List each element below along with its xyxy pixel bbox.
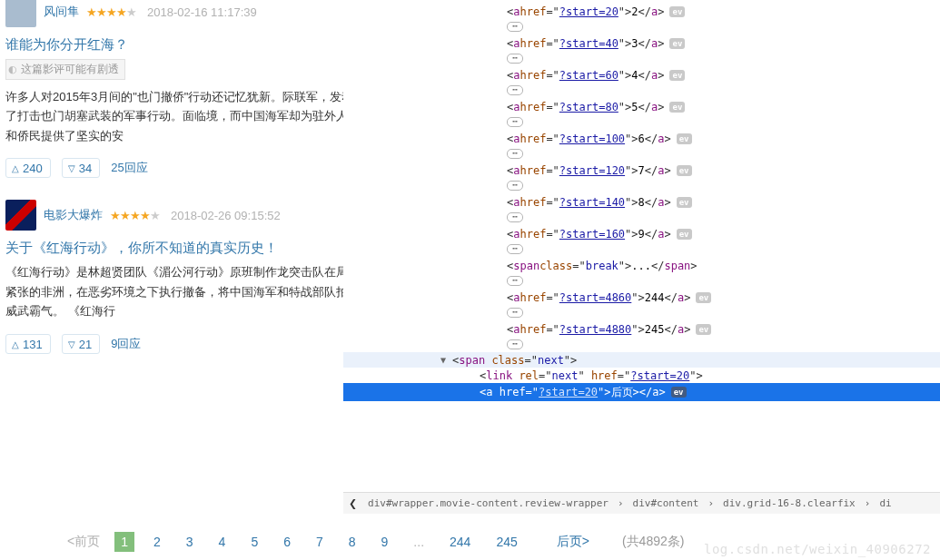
dom-node[interactable]: <a href="?start=4860">244</a>ev [398, 290, 940, 305]
responses-link[interactable]: 25回应 [111, 160, 147, 176]
page-number[interactable]: 1 [114, 532, 134, 552]
href-link[interactable]: ?start=160 [559, 228, 625, 241]
event-listener-badge[interactable]: ev [677, 197, 692, 208]
collapsed-node-icon[interactable] [507, 212, 523, 222]
page-number[interactable]: 4 [213, 532, 233, 552]
breadcrumb-segment[interactable]: div#wrapper.movie-content.review-wrapper [364, 497, 612, 509]
breadcrumb-segment[interactable]: div.grid-16-8.clearfix [719, 497, 859, 509]
page-number[interactable]: 244 [443, 532, 477, 552]
author-link[interactable]: 电影大爆炸 [44, 207, 103, 223]
href-link[interactable]: ?start=140 [559, 196, 625, 209]
page-number[interactable]: 245 [490, 532, 523, 552]
collapsed-node-icon[interactable] [507, 85, 523, 95]
href-link[interactable]: ?start=120 [559, 164, 625, 177]
review-timestamp: 2018-02-16 11:17:39 [147, 5, 257, 19]
href-link[interactable]: ?start=20 [630, 369, 689, 382]
collapsed-node-icon[interactable] [507, 181, 523, 191]
event-listener-badge[interactable]: ev [669, 38, 685, 49]
dom-node[interactable]: <a href="?start=100">6</a>ev [398, 131, 940, 146]
collapsed-node-icon[interactable] [507, 54, 523, 64]
spoiler-warning: 这篇影评可能有剧透 [5, 59, 125, 80]
review-title[interactable]: 谁能为你分开红海？ [5, 36, 365, 54]
review-timestamp: 2018-02-26 09:15:52 [171, 209, 281, 222]
dom-node[interactable]: <a href="?start=60">4</a>ev [398, 67, 940, 83]
collapsed-node-icon[interactable] [507, 22, 523, 32]
upvote-button[interactable]: △240 [5, 158, 51, 178]
up-triangle-icon: △ [12, 163, 19, 173]
href-link[interactable]: ?start=40 [559, 37, 618, 50]
up-triangle-icon: △ [12, 339, 19, 349]
review-item: 电影大爆炸 ★★★★★ 2018-02-26 09:15:52 关于《红海行动》… [5, 200, 365, 353]
href-link[interactable]: ?start=20 [559, 5, 618, 18]
prev-page: <前页 [67, 534, 100, 550]
breadcrumb-back-icon[interactable]: ❮ [349, 496, 364, 512]
avatar[interactable] [5, 200, 36, 231]
upvote-button[interactable]: △131 [5, 334, 51, 354]
dom-node[interactable]: <a href="?start=80">5</a>ev [398, 99, 940, 114]
collapsed-node-icon[interactable] [507, 339, 523, 349]
dom-node[interactable]: <a href="?start=4880">245</a>ev [398, 321, 940, 337]
collapsed-node-icon[interactable] [507, 244, 523, 254]
event-listener-badge[interactable]: ev [669, 70, 685, 81]
collapsed-node-icon[interactable] [507, 276, 523, 286]
review-body: 许多人对2015年3月间的"也门撤侨"行动还记忆犹新。际联军，发动了打击也门胡塞… [5, 87, 365, 145]
dom-node-link[interactable]: <link rel="next" href="?start=20"> [343, 368, 940, 383]
avatar[interactable] [5, 0, 36, 27]
event-listener-badge[interactable]: ev [696, 324, 711, 335]
review-actions: △240 ▽34 25回应 [5, 158, 365, 178]
next-page[interactable]: 后页> [557, 534, 589, 550]
collapse-toggle-icon[interactable]: ▼ [440, 355, 446, 365]
dom-node[interactable]: <a href="?start=20">2</a>ev [398, 4, 940, 19]
devtools-elements-panel: <a href="?start=20">2</a>ev<a href="?sta… [343, 0, 940, 560]
responses-link[interactable]: 9回应 [111, 336, 141, 352]
event-listener-badge[interactable]: ev [696, 292, 711, 303]
author-link[interactable]: 风间隼 [44, 4, 79, 20]
review-item: 风间隼 ★★★★★ 2018-02-16 11:17:39 谁能为你分开红海？ … [5, 0, 365, 178]
page-number[interactable]: 8 [342, 532, 362, 552]
href-link[interactable]: ?start=4860 [559, 291, 631, 304]
event-listener-badge[interactable]: ev [669, 102, 685, 113]
collapsed-node-icon[interactable] [507, 149, 523, 159]
down-triangle-icon: ▽ [68, 339, 75, 349]
event-listener-badge[interactable]: ev [677, 165, 692, 176]
breadcrumb-segment[interactable]: di [876, 497, 895, 509]
page-number[interactable]: 6 [277, 532, 297, 552]
review-title[interactable]: 关于《红海行动》，你所不知道的真实历史！ [5, 240, 365, 257]
dom-node[interactable]: <a href="?start=40">3</a>ev [398, 35, 940, 51]
dom-node-selected[interactable]: <a href="?start=20">后页></a>ev [343, 383, 940, 401]
downvote-button[interactable]: ▽34 [62, 158, 100, 178]
page-number[interactable]: 7 [310, 532, 330, 552]
chevron-right-icon: › [612, 497, 629, 509]
href-link[interactable]: ?start=4880 [559, 323, 631, 336]
dom-node[interactable]: <a href="?start=160">9</a>ev [398, 226, 940, 241]
event-listener-badge[interactable]: ev [671, 387, 687, 398]
href-link[interactable]: ?start=100 [559, 133, 625, 145]
dom-node-span-next[interactable]: ▼ <span class="next"> [343, 352, 940, 368]
dom-tree[interactable]: <a href="?start=20">2</a>ev<a href="?sta… [343, 0, 940, 353]
dom-node[interactable]: <a href="?start=140">8</a>ev [398, 194, 940, 210]
chevron-right-icon: › [702, 497, 719, 509]
review-body: 《红海行动》是林超贤团队《湄公河行动》原班制作龙突击队在局势紧张的非洲，在恶劣环… [5, 262, 365, 320]
breadcrumb-segment[interactable]: div#content [629, 497, 703, 509]
page-number[interactable]: 5 [244, 532, 264, 552]
downvote-button[interactable]: ▽21 [62, 334, 100, 354]
collapsed-node-icon[interactable] [507, 308, 523, 318]
down-triangle-icon: ▽ [68, 163, 75, 173]
star-rating: ★★★★★ [86, 5, 136, 19]
event-listener-badge[interactable]: ev [677, 133, 692, 144]
event-listener-badge[interactable]: ev [677, 229, 692, 240]
dom-breadcrumb[interactable]: ❮ div#wrapper.movie-content.review-wrapp… [343, 492, 940, 514]
collapsed-node-icon[interactable] [507, 117, 523, 127]
page-number[interactable]: 2 [147, 532, 167, 552]
page-number[interactable]: 3 [180, 532, 200, 552]
review-header: 风间隼 ★★★★★ 2018-02-16 11:17:39 [5, 0, 365, 27]
page-number[interactable]: 9 [375, 532, 395, 552]
href-link[interactable]: ?start=80 [559, 101, 618, 113]
total-count: (共4892条) [622, 534, 684, 550]
event-listener-badge[interactable]: ev [669, 6, 685, 17]
page-ellipsis: ... [407, 532, 430, 552]
dom-node[interactable]: <a href="?start=120">7</a>ev [398, 162, 940, 178]
href-link[interactable]: ?start=60 [559, 69, 618, 82]
dom-node[interactable]: <span class="break">...</span> [398, 258, 940, 273]
reviews-pane: 风间隼 ★★★★★ 2018-02-16 11:17:39 谁能为你分开红海？ … [0, 0, 365, 560]
